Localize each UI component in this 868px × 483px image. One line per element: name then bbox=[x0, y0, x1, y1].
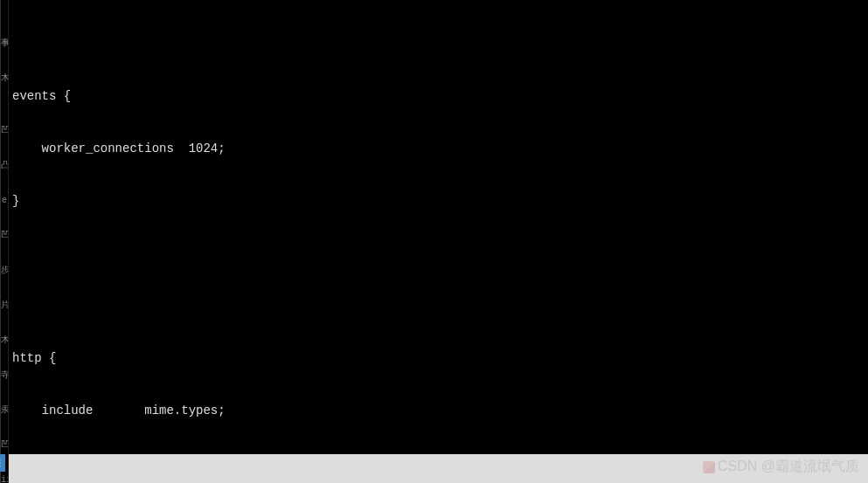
gutter-char bbox=[1, 52, 8, 70]
gutter-char bbox=[1, 140, 8, 157]
watermark: CSDN @霸道流氓气质 bbox=[703, 458, 859, 476]
gutter-char: 凹 bbox=[1, 227, 8, 245]
code-line[interactable] bbox=[9, 35, 868, 52]
gutter-char bbox=[1, 349, 8, 367]
code-line[interactable]: } bbox=[9, 192, 868, 210]
gutter-char: 木 bbox=[1, 70, 8, 87]
gutter-char bbox=[1, 0, 8, 17]
code-line[interactable] bbox=[9, 297, 868, 314]
gutter-char bbox=[1, 384, 8, 402]
gutter-char bbox=[1, 314, 8, 332]
gutter-char bbox=[1, 279, 8, 297]
gutter-char bbox=[1, 175, 8, 192]
editor-wrapper: 事木凹凸e凹步片木寺汞凹ii(各 events { worker_connect… bbox=[0, 0, 868, 483]
gutter-char: 片 bbox=[1, 297, 8, 314]
gutter-char: ii bbox=[1, 472, 8, 483]
code-line[interactable]: worker_connections 1024; bbox=[9, 140, 868, 157]
gutter-char: 木 bbox=[1, 332, 8, 349]
bookmark-icon[interactable] bbox=[0, 454, 5, 472]
gutter-char bbox=[1, 419, 8, 437]
code-line[interactable] bbox=[9, 245, 868, 262]
gutter-char bbox=[1, 105, 8, 122]
gutter-char bbox=[1, 245, 8, 262]
gutter-char: e bbox=[1, 192, 8, 210]
gutter-char: 凹 bbox=[1, 122, 8, 140]
gutter: 事木凹凸e凹步片木寺汞凹ii(各 bbox=[0, 0, 9, 483]
gutter-char bbox=[1, 17, 8, 35]
code-line[interactable]: events { bbox=[9, 87, 868, 105]
watermark-text: CSDN @霸道流氓气质 bbox=[718, 459, 859, 473]
code-line[interactable]: http { bbox=[9, 349, 868, 367]
gutter-char bbox=[1, 87, 8, 105]
code-area[interactable]: events { worker_connections 1024; } http… bbox=[9, 0, 868, 483]
gutter-char: 汞 bbox=[1, 402, 8, 419]
csdn-logo-icon bbox=[703, 461, 715, 473]
gutter-char: 步 bbox=[1, 262, 8, 279]
code-line[interactable]: include mime.types; bbox=[9, 402, 868, 419]
gutter-char: 寺 bbox=[1, 367, 8, 384]
gutter-char bbox=[1, 210, 8, 227]
gutter-char: 凹 bbox=[1, 437, 8, 454]
gutter-char: 事 bbox=[1, 35, 8, 52]
gutter-char: 凸 bbox=[1, 157, 8, 175]
